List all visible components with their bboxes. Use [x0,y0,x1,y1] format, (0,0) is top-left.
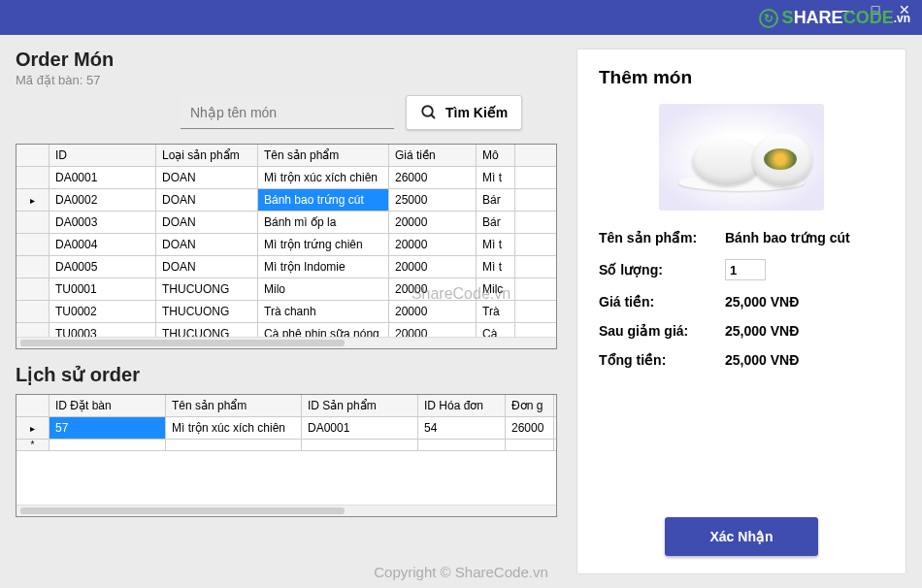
svg-point-0 [422,106,433,116]
hcol-invoice[interactable]: ID Hóa đơn [418,395,506,416]
hcol-name[interactable]: Tên sản phẩm [166,395,302,416]
quantity-input[interactable] [725,259,766,280]
svg-line-1 [431,114,435,118]
hcol-booking[interactable]: ID Đặt bàn [49,395,166,416]
row-header [16,323,49,337]
horizontal-scrollbar[interactable] [16,337,556,348]
table-row[interactable]: TU0001THUCUONGMilo20000Milc [16,278,556,301]
row-header: ▸ [16,189,49,211]
row-header [16,212,49,233]
label-total: Tổng tiền: [599,352,725,368]
row-header [16,256,49,278]
col-type[interactable]: Loại sản phẩm [156,145,258,166]
table-row[interactable]: DA0005DOANMì trộn Indomie20000Mì t [16,256,556,278]
label-discounted: Sau giảm giá: [599,323,725,339]
row-header [16,278,49,300]
value-total: 25,000 VNĐ [725,352,884,368]
search-button[interactable]: Tìm Kiếm [406,95,522,130]
table-row[interactable]: DA0004DOANMì trộn trứng chiên20000Mì t [16,234,556,256]
history-grid[interactable]: ID Đặt bàn Tên sản phẩm ID Sản phẩm ID H… [16,394,557,517]
sharecode-logo: ↻ SHARECODE.vn [759,8,910,28]
col-desc[interactable]: Mô [477,145,515,166]
col-id[interactable]: ID [49,145,156,166]
horizontal-scrollbar[interactable] [16,505,556,516]
label-name: Tên sản phẩm: [599,230,725,245]
label-price: Giá tiền: [599,294,725,310]
table-row[interactable]: ▸57Mì trộn xúc xích chiênDA00015426000 [16,417,556,440]
product-image [659,104,824,211]
table-row[interactable]: TU0002THUCUONGTrà chanh20000Trà [16,301,556,323]
value-name: Bánh bao trứng cút [725,230,884,245]
row-header [16,234,49,255]
table-row[interactable]: DA0003DOANBánh mì ốp la20000Bár [16,212,556,234]
table-row[interactable]: TU0003THUCUONGCà phê phin sữa nóng20000C… [16,323,556,337]
recycle-icon: ↻ [759,9,778,28]
products-grid[interactable]: ID Loại sản phẩm Tên sản phẩm Giá tiền M… [16,144,557,349]
row-header [16,301,49,322]
add-item-panel: Thêm món Tên sản phẩm: Bánh bao trứng cú… [576,49,906,574]
label-qty: Số lượng: [599,262,725,278]
row-header: ▸ [16,417,49,439]
confirm-button[interactable]: Xác Nhận [665,517,817,556]
booking-id-label: Mã đặt bàn: 57 [16,73,557,87]
col-price[interactable]: Giá tiền [389,145,477,166]
order-title: Order Món [16,49,557,71]
hcol-price[interactable]: Đơn g [506,395,554,416]
value-price: 25,000 VNĐ [725,294,884,310]
search-input[interactable] [181,96,394,129]
col-name[interactable]: Tên sản phẩm [258,145,389,166]
table-row[interactable]: ▸DA0002DOANBánh bao trứng cút25000Bár [16,189,556,212]
value-discounted: 25,000 VNĐ [725,323,884,339]
add-item-title: Thêm món [599,67,884,88]
row-header [16,167,49,188]
search-icon [420,104,438,121]
hcol-product[interactable]: ID Sản phẩm [302,395,418,416]
table-row[interactable]: DA0001DOANMì trộn xúc xích chiên26000Mì … [16,167,556,189]
new-row[interactable]: * [16,440,556,451]
history-title: Lịch sử order [16,363,557,386]
